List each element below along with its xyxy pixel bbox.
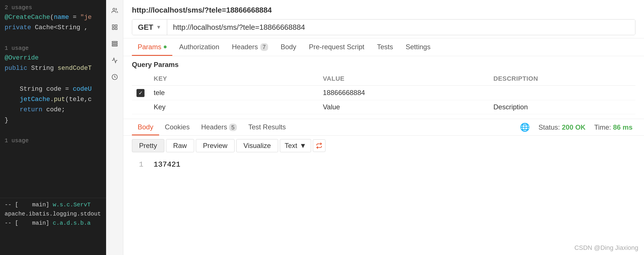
svg-rect-2 [115,25,117,27]
response-tabs-bar: Body Cookies Headers 5 Test Results 🌐 St… [123,119,644,136]
svg-point-0 [113,8,115,10]
table-row: ✓ tele 18866668884 [132,86,635,100]
globe-icon[interactable]: 🌐 [520,122,530,132]
database-icon[interactable] [109,38,121,50]
checkbox-checked-icon[interactable]: ✓ [136,89,145,97]
tab-body-label: Body [281,43,296,51]
row1-key[interactable]: tele [149,86,318,100]
row1-description[interactable] [489,86,635,100]
code-line-blank2 [5,74,102,84]
usage-count-1: 2 usages [5,3,102,12]
response-tabs-row: Body Cookies Headers 5 Test Results 🌐 St… [132,119,635,135]
log-line-1: -- [ main] w.s.c.ServT [5,200,102,209]
row2-value[interactable]: Value [318,100,489,114]
value-header: VALUE [318,72,489,86]
tab-headers[interactable]: Headers 7 [226,38,274,56]
format-raw-button[interactable]: Raw [166,139,194,152]
svg-rect-1 [112,25,114,27]
format-preview-button[interactable]: Preview [196,139,235,152]
users-icon[interactable] [109,5,121,17]
url-bar: GET ▼ [132,19,635,35]
response-tab-body[interactable]: Body [132,119,159,135]
sidebar [106,0,123,255]
usage-count-3: 1 usage [5,136,102,145]
response-tab-headers[interactable]: Headers 5 [195,119,243,135]
tab-authorization-label: Authorization [179,43,219,51]
text-type-label: Text [285,142,297,150]
log-line-4 [5,228,102,237]
response-value: 137421 [154,160,181,169]
tab-prerequest-label: Pre-request Script [309,43,364,51]
svg-rect-4 [112,28,114,29]
code-line-blank1 [5,33,102,44]
request-tabs: Params Authorization Headers 7 Body Pre-… [123,38,644,56]
method-chevron-icon: ▼ [156,24,161,30]
history-icon[interactable] [109,71,121,83]
row2-description[interactable]: Description [489,100,635,114]
response-body: 1 137421 [123,156,644,255]
table-row-empty: Key Value Description [132,100,635,114]
wrap-button[interactable] [313,139,325,152]
method-label: GET [138,23,153,32]
tab-params-label: Params [138,43,161,51]
url-input[interactable] [167,19,635,35]
url-display: http://localhost/sms/?tele=18866668884 [132,6,635,15]
code-content: 2 usages @CreateCache(name = "je private… [0,0,106,148]
svg-rect-6 [112,43,117,44]
row1-value[interactable]: 18866668884 [318,86,489,100]
code-line-blank3 [5,126,102,136]
row1-checkbox-cell: ✓ [132,86,149,100]
code-line-put: jetCache.put(tele,c [5,94,102,105]
method-selector[interactable]: GET ▼ [132,19,167,35]
params-dot-icon [164,46,167,48]
description-header: DESCRIPTION [489,72,635,86]
code-panel: 2 usages @CreateCache(name = "je private… [0,0,106,255]
response-tab-testresults[interactable]: Test Results [243,119,292,135]
svg-rect-3 [115,28,117,29]
response-headers-badge: 5 [229,124,237,131]
tab-tests[interactable]: Tests [371,38,399,56]
text-dropdown-chevron-icon: ▼ [300,142,307,150]
row2-key[interactable]: Key [149,100,318,114]
status-text: Status: 200 OK [538,123,586,131]
code-line-brace: } [5,115,102,126]
format-tabs: Pretty Raw Preview Visualize Text ▼ [123,136,644,156]
text-type-dropdown[interactable]: Text ▼ [280,139,311,152]
url-area: http://localhost/sms/?tele=18866668884 G… [123,0,644,38]
log-area: -- [ main] w.s.c.ServT apache.ibatis.log… [0,198,106,255]
main-area: http://localhost/sms/?tele=18866668884 G… [123,0,644,255]
checkbox-header [132,72,149,86]
tab-settings[interactable]: Settings [400,38,436,56]
svg-rect-7 [112,45,117,46]
code-line-method: public String sendCodeT [5,63,102,74]
status-area: 🌐 Status: 200 OK Time: 86 ms [520,122,635,132]
format-pretty-button[interactable]: Pretty [132,139,164,152]
tab-prerequest[interactable]: Pre-request Script [303,38,370,56]
tab-authorization[interactable]: Authorization [173,38,225,56]
usage-count-2: 1 usage [5,44,102,53]
code-line-override: @Override [5,53,102,63]
key-header: KEY [149,72,318,86]
headers-badge: 7 [260,43,268,51]
query-params-title: Query Params [132,61,635,69]
format-visualize-button[interactable]: Visualize [236,139,278,152]
svg-rect-5 [112,41,117,43]
time-value: 86 ms [613,123,633,131]
tab-params[interactable]: Params [132,38,172,56]
chart-icon[interactable] [109,54,121,66]
row2-checkbox-cell [132,100,149,114]
log-line-2: apache.ibatis.logging.stdout.Sto [5,209,102,219]
tab-body[interactable]: Body [275,38,302,56]
time-text: Time: 86 ms [594,123,633,131]
response-area: Body Cookies Headers 5 Test Results 🌐 St… [123,119,644,255]
code-line-2: @CreateCache(name = "je [5,12,102,23]
code-line-3: private Cache<String , [5,23,102,33]
layout-icon[interactable] [109,21,121,33]
code-line-return: return code; [5,105,102,115]
tab-settings-label: Settings [406,43,431,51]
tab-headers-label: Headers [232,43,258,51]
line-number-1: 1 [132,160,143,169]
response-tab-cookies[interactable]: Cookies [159,119,196,135]
watermark: CSDN @Ding Jiaxiong [574,244,638,252]
status-code: 200 OK [562,123,586,131]
